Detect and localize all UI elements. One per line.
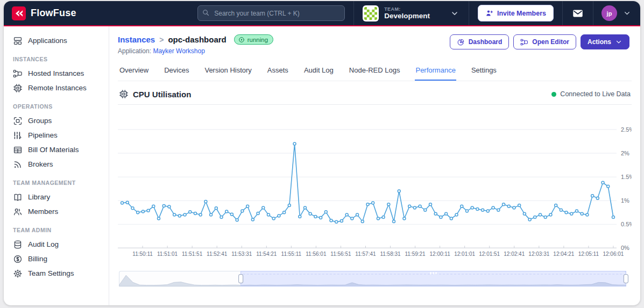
brush-handle-left[interactable] [239, 275, 243, 283]
actions-button[interactable]: Actions [581, 34, 629, 49]
data-point[interactable] [528, 218, 531, 221]
data-point[interactable] [366, 203, 369, 206]
data-point[interactable] [241, 210, 244, 212]
data-point[interactable] [335, 220, 338, 223]
tab-version-history[interactable]: Version History [204, 64, 252, 81]
data-point[interactable] [544, 216, 547, 219]
data-point[interactable] [278, 214, 280, 217]
data-point[interactable] [152, 205, 155, 207]
cpu-chart-svg[interactable]: 0%0.5%1%1.5%2%2.5%11:50:1111:51:0111:51:… [118, 109, 632, 266]
sidebar-item-bill-of-materials[interactable]: Bill Of Materials [4, 142, 109, 157]
data-point[interactable] [324, 211, 327, 213]
data-point[interactable] [607, 185, 610, 188]
data-point[interactable] [267, 213, 270, 216]
data-point[interactable] [429, 203, 432, 206]
data-point[interactable] [424, 209, 427, 211]
data-point[interactable] [257, 212, 259, 214]
data-point[interactable] [413, 206, 416, 209]
data-point[interactable] [137, 211, 139, 214]
data-point[interactable] [189, 211, 192, 213]
data-point[interactable] [199, 213, 202, 216]
tab-assets[interactable]: Assets [267, 64, 289, 81]
data-point[interactable] [356, 213, 359, 216]
data-point[interactable] [507, 205, 510, 207]
sidebar-item-library[interactable]: Library [4, 190, 109, 204]
data-point[interactable] [596, 197, 599, 199]
notifications-button[interactable] [562, 1, 593, 25]
data-point[interactable] [518, 204, 521, 206]
data-point[interactable] [482, 209, 484, 211]
data-point[interactable] [131, 207, 134, 210]
data-point[interactable] [465, 210, 468, 212]
data-point[interactable] [450, 217, 452, 220]
sidebar-item-pipelines[interactable]: Pipelines [4, 128, 109, 142]
data-point[interactable] [445, 212, 448, 215]
data-point[interactable] [309, 212, 312, 215]
data-point[interactable] [299, 216, 301, 218]
sidebar-item-audit-log[interactable]: Audit Log [4, 237, 109, 252]
data-point[interactable] [126, 201, 129, 204]
tab-devices[interactable]: Devices [164, 64, 189, 81]
data-point[interactable] [173, 213, 176, 216]
data-point[interactable] [503, 203, 505, 206]
data-point[interactable] [612, 216, 614, 219]
data-point[interactable] [121, 202, 124, 204]
data-point[interactable] [372, 202, 374, 204]
sidebar-item-groups[interactable]: Groups [4, 113, 109, 128]
team-switcher[interactable]: TEAM: Development [353, 1, 469, 25]
dashboard-button[interactable]: Dashboard [450, 34, 509, 49]
data-point[interactable] [157, 217, 160, 220]
application-link[interactable]: Mayker Workshop [153, 47, 204, 55]
data-point[interactable] [162, 204, 165, 207]
data-point[interactable] [575, 210, 578, 212]
data-point[interactable] [471, 206, 473, 209]
data-point[interactable] [283, 211, 286, 214]
data-point[interactable] [225, 210, 228, 213]
data-point[interactable] [555, 204, 557, 206]
data-point[interactable] [560, 209, 562, 211]
data-point[interactable] [183, 213, 186, 216]
sidebar-item-members[interactable]: Members [4, 204, 109, 219]
data-point[interactable] [220, 216, 223, 219]
tab-settings[interactable]: Settings [471, 64, 497, 81]
data-point[interactable] [461, 205, 463, 207]
data-point[interactable] [303, 206, 306, 209]
data-point[interactable] [215, 207, 217, 210]
data-point[interactable] [272, 217, 275, 220]
data-point[interactable] [351, 217, 353, 220]
data-point[interactable] [513, 206, 515, 209]
search-input[interactable] [197, 5, 345, 21]
tab-overview[interactable]: Overview [119, 64, 149, 81]
data-point[interactable] [204, 200, 207, 203]
brand-area[interactable]: FlowFuse [4, 1, 76, 25]
open-editor-button[interactable]: Open Editor [513, 34, 576, 49]
data-point[interactable] [403, 217, 406, 220]
breadcrumb-instances-link[interactable]: Instances [118, 35, 155, 44]
data-point[interactable] [382, 216, 385, 219]
sidebar-item-remote-instances[interactable]: Remote Instances [4, 81, 109, 95]
data-point[interactable] [393, 220, 395, 223]
data-point[interactable] [523, 212, 526, 215]
data-point[interactable] [210, 213, 213, 216]
data-point[interactable] [476, 207, 479, 210]
sidebar-item-billing[interactable]: Billing [4, 252, 109, 266]
data-point[interactable] [497, 209, 500, 211]
data-point[interactable] [314, 216, 317, 218]
sidebar-item-hosted-instances[interactable]: Hosted Instances [4, 66, 109, 81]
data-point[interactable] [586, 213, 589, 216]
data-point[interactable] [340, 220, 343, 223]
data-point[interactable] [591, 195, 594, 197]
data-point[interactable] [320, 216, 322, 219]
data-point[interactable] [168, 205, 171, 208]
data-point[interactable] [408, 205, 411, 207]
data-point[interactable] [345, 213, 348, 216]
data-point[interactable] [230, 213, 233, 216]
tab-node-red-logs[interactable]: Node-RED Logs [349, 64, 401, 81]
data-point[interactable] [455, 213, 458, 216]
data-point[interactable] [419, 205, 421, 207]
brush-svg[interactable] [118, 270, 632, 289]
brush-handle-right[interactable] [624, 275, 628, 283]
data-point[interactable] [440, 216, 442, 219]
data-point[interactable] [330, 219, 332, 222]
data-point[interactable] [377, 217, 379, 220]
